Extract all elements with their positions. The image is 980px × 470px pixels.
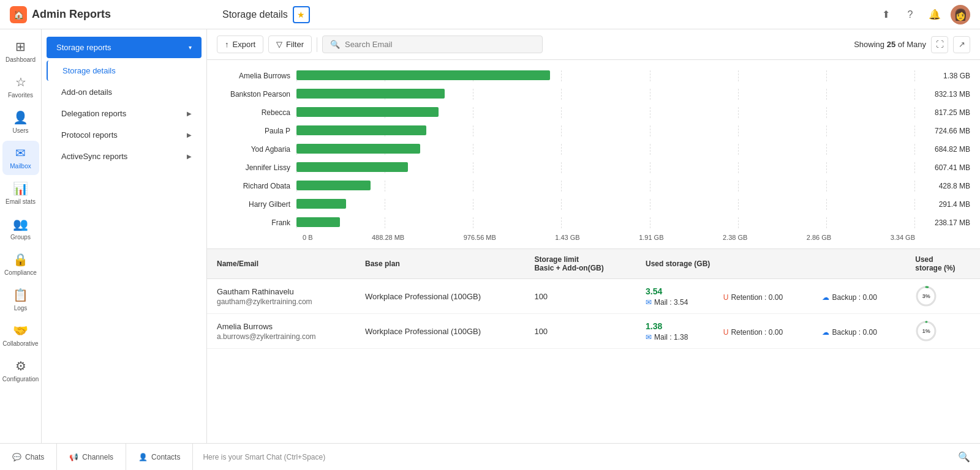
share-icon[interactable]: ↗ (953, 36, 970, 53)
sidebar-item-email-stats[interactable]: 📊 Email stats (2, 176, 39, 211)
storage-details-label: Storage details (62, 66, 116, 75)
sidebar-item-favorites[interactable]: ☆ Favorites (2, 70, 39, 104)
content-area: ↑ Export ▽ Filter 🔍 Showing 25 of Many ⛶… (207, 29, 980, 443)
channels-tab[interactable]: 📢 Channels (57, 444, 126, 470)
chart-bar (296, 70, 550, 80)
chart-bar-area (296, 217, 915, 228)
cell-name-email: Amelia Burrows a.burrows@zylkertraining.… (207, 314, 355, 349)
sidebar-label-users: Users (12, 127, 28, 135)
chats-tab[interactable]: 💬 Chats (0, 444, 57, 470)
filter-label: Filter (286, 40, 304, 49)
chart-bar-row: Richard Obata 428.8 MB (217, 177, 970, 195)
configuration-icon: ⚙ (15, 359, 26, 373)
help-icon[interactable]: ? (902, 6, 919, 23)
chart-bar-row: Jennifer Lissy 607.41 MB (217, 159, 970, 176)
search-input[interactable] (345, 40, 535, 49)
chart-bar-value: 428.8 MB (915, 182, 970, 190)
sidebar-label-groups: Groups (10, 234, 31, 241)
notification-icon[interactable]: 🔔 (926, 6, 943, 23)
storage-details-nav-item[interactable]: Storage details (47, 61, 202, 81)
bottom-search-icon[interactable]: 🔍 (948, 451, 980, 463)
sidebar-item-groups[interactable]: 👥 Groups (2, 212, 39, 246)
chart-x-label: 488.28 MB (372, 234, 404, 241)
retention-icon: U (723, 293, 729, 302)
storage-reports-button[interactable]: Storage reports ▾ (47, 37, 202, 58)
cell-used-pct: 1% (905, 314, 980, 349)
contacts-icon: 👤 (138, 453, 148, 461)
export-button[interactable]: ↑ Export (217, 35, 263, 53)
chart-bar-value: 817.25 MB (915, 108, 970, 117)
logo-icon: 🏠 (10, 6, 27, 23)
pct-container: 1% (915, 320, 970, 342)
sidebar-item-compliance[interactable]: 🔒 Compliance (2, 247, 39, 282)
chart-bar-area (296, 70, 915, 81)
groups-icon: 👥 (13, 217, 28, 231)
sidebar-item-collaborative[interactable]: 🤝 Collaborative (2, 318, 39, 352)
cell-retention: U Retention : 0.00 (714, 314, 813, 349)
sidebar-label-logs: Logs (14, 305, 28, 312)
search-box[interactable]: 🔍 (322, 35, 543, 53)
chart-bar-row: Frank 238.17 MB (217, 214, 970, 231)
activesync-reports-nav-item[interactable]: ActiveSync reports ▶ (47, 146, 202, 166)
cell-base-plan: Workplace Professional (100GB) (355, 279, 524, 314)
backup-value: Backup : 0.00 (832, 328, 876, 337)
favorite-star-button[interactable]: ★ (293, 6, 310, 23)
sidebar-label-mailbox: Mailbox (10, 163, 31, 170)
upload-icon[interactable]: ⬆ (877, 6, 894, 23)
storage-reports-chevron: ▾ (189, 44, 192, 51)
user-email: gautham@zylkertraining.com (217, 297, 345, 306)
addon-details-nav-item[interactable]: Add-on details (47, 82, 202, 102)
cell-backup: ☁ Backup : 0.00 (812, 279, 905, 314)
sidebar-item-mailbox[interactable]: ✉ Mailbox (2, 141, 39, 175)
chart-x-label: 2.86 GB (807, 234, 831, 241)
chart-bar-label: Yod Agbaria (217, 145, 296, 154)
progress-text: 3% (922, 293, 930, 299)
chart-bar-label: Harry Gilbert (217, 200, 296, 209)
chart-bar-area (296, 199, 915, 210)
storage-reports-label: Storage reports (56, 43, 111, 52)
storage-value: 3.54 (646, 286, 704, 296)
col-storage-limit: Storage limitBasic + Add-on(GB) (524, 249, 636, 279)
chart-x-axis: 0 B488.28 MB976.56 MB1.43 GB1.91 GB2.38 … (217, 234, 970, 241)
toolbar: ↑ Export ▽ Filter 🔍 Showing 25 of Many ⛶… (207, 29, 980, 60)
export-icon: ↑ (225, 40, 229, 49)
sidebar-item-logs[interactable]: 📋 Logs (2, 283, 39, 317)
app-title: Admin Reports (32, 8, 111, 21)
circular-progress: 3% (915, 285, 937, 307)
pct-container: 3% (915, 285, 970, 307)
chart-bar-area (296, 144, 915, 155)
sidebar: ⊞ Dashboard ☆ Favorites 👤 Users ✉ Mailbo… (0, 29, 42, 443)
chart-bar (296, 89, 445, 99)
retention-icon: U (723, 328, 729, 337)
name-email-container: Gautham Rathinavelu gautham@zylkertraini… (217, 287, 345, 306)
mailbox-icon: ✉ (15, 146, 26, 160)
sidebar-item-dashboard[interactable]: ⊞ Dashboard (2, 34, 39, 69)
showing-text: Showing 25 of Many (854, 40, 926, 49)
chart-bar-area (296, 89, 915, 100)
chart-bar-value: 1.38 GB (915, 72, 970, 80)
cell-retention: U Retention : 0.00 (714, 279, 813, 314)
sidebar-item-configuration[interactable]: ⚙ Configuration (2, 354, 39, 388)
backup-value: Backup : 0.00 (832, 293, 876, 302)
chart-bar-label: Paula P (217, 127, 296, 135)
chart-x-label: 0 B (303, 234, 313, 241)
table-header-row: Name/Email Base plan Storage limitBasic … (207, 249, 980, 279)
table-row: Amelia Burrows a.burrows@zylkertraining.… (207, 314, 980, 349)
chart-x-label: 2.38 GB (723, 234, 747, 241)
storage-value: 1.38 (646, 321, 704, 331)
contacts-tab[interactable]: 👤 Contacts (126, 444, 193, 470)
expand-icon[interactable]: ⛶ (931, 36, 948, 53)
chart-bars: Amelia Burrows 1.38 GB Bankston Pearson … (217, 67, 970, 231)
delegation-reports-nav-item[interactable]: Delegation reports ▶ (47, 103, 202, 124)
chart-bar (296, 217, 340, 227)
smart-chat-area[interactable]: Here is your Smart Chat (Ctrl+Space) (193, 453, 948, 461)
filter-icon: ▽ (276, 40, 282, 49)
logs-icon: 📋 (13, 288, 28, 302)
filter-button[interactable]: ▽ Filter (268, 35, 312, 53)
activesync-reports-chevron: ▶ (187, 153, 192, 160)
protocol-reports-nav-item[interactable]: Protocol reports ▶ (47, 125, 202, 145)
circular-progress: 1% (915, 320, 937, 342)
avatar[interactable]: 👩 (951, 5, 970, 24)
chart-bar-area (296, 125, 915, 136)
sidebar-item-users[interactable]: 👤 Users (2, 105, 39, 140)
